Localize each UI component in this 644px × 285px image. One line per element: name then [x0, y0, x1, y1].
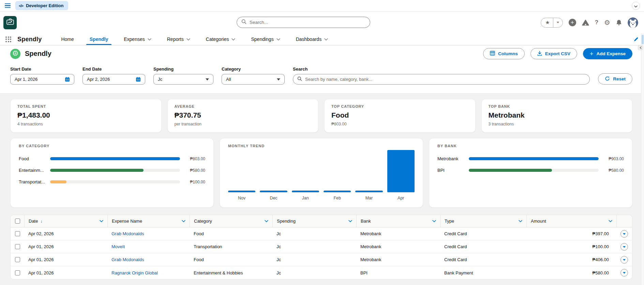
global-actions-button[interactable]: +: [569, 19, 576, 26]
column-header-bank[interactable]: Bank: [356, 215, 440, 227]
tab-expenses[interactable]: Expenses: [116, 33, 159, 45]
page-actions: Columns Export CSV + Add Expense: [483, 48, 632, 59]
wallet-chart-icon: [6, 18, 14, 27]
cell-date: Apr 01, 2026: [24, 270, 107, 275]
chevron-down-icon[interactable]: [182, 220, 185, 222]
chevron-down-icon[interactable]: [519, 220, 522, 222]
search-icon: [297, 76, 302, 82]
category-bar-transportation: Transportat... ₱100.00: [19, 179, 205, 184]
category-select[interactable]: All: [222, 74, 285, 85]
columns-button[interactable]: Columns: [483, 48, 525, 59]
collapse-banner-button[interactable]: [632, 2, 640, 10]
trailhead-icon[interactable]: [582, 19, 589, 26]
end-date-field: End Date Apr 2, 2026: [83, 66, 145, 85]
cell-spending: Jc: [272, 257, 356, 262]
setup-gear-icon[interactable]: ⚙: [604, 19, 610, 26]
column-header-category[interactable]: Category: [190, 215, 272, 227]
chevron-down-icon[interactable]: [324, 38, 328, 41]
end-date-input[interactable]: Apr 2, 2026: [83, 74, 145, 85]
search-label: Search: [293, 66, 590, 72]
table-row[interactable]: Apr 02, 2026 Grab Mcdonalds Food Jc Metr…: [11, 227, 632, 240]
expense-name-link[interactable]: MoveIt: [111, 244, 125, 249]
spending-field: Spending Jc: [153, 66, 213, 85]
row-checkbox[interactable]: [15, 257, 20, 262]
menu-icon[interactable]: [5, 3, 11, 8]
add-expense-button[interactable]: + Add Expense: [583, 48, 632, 59]
row-checkbox[interactable]: [15, 231, 20, 236]
notifications-bell-icon[interactable]: [616, 19, 622, 26]
expense-name-link[interactable]: Grab Mcdonalds: [111, 231, 144, 236]
stat-top-category: TOP CATEGORY Food ₱803.00: [324, 99, 476, 133]
tab-home[interactable]: Home: [53, 33, 81, 45]
help-icon[interactable]: ?: [595, 19, 598, 26]
monthly-trend-panel: MONTHLY TREND Nov Dec Jan: [220, 138, 423, 208]
edit-nav-pencil-icon[interactable]: [634, 37, 639, 42]
category-label: Category: [222, 66, 285, 72]
column-header-date[interactable]: Date ↓: [24, 215, 107, 227]
tab-categories[interactable]: Categories: [198, 33, 243, 45]
chevron-down-icon[interactable]: [148, 38, 151, 41]
category-field: Category All: [222, 66, 285, 85]
export-csv-button[interactable]: Export CSV: [530, 48, 577, 59]
by-category-panel: BY CATEGORY Food ₱803.00 Entertainm... ₱…: [10, 138, 214, 208]
tab-spendings[interactable]: Spendings: [243, 33, 288, 45]
column-header-expense-name[interactable]: Expense Name: [107, 215, 190, 227]
expenses-table: Date ↓ Expense Name Category Spending: [10, 215, 632, 280]
cell-amount: ₱397.00: [526, 231, 616, 236]
reset-button[interactable]: Reset: [598, 73, 632, 85]
app-name: Spendly: [17, 36, 42, 43]
page-scrollbar[interactable]: [641, 33, 644, 285]
chevron-down-icon[interactable]: [609, 220, 612, 222]
cell-spending: Jc: [272, 270, 356, 275]
expense-name-link[interactable]: Grab Mcdonalds: [111, 257, 144, 262]
favorites-caret-icon[interactable]: [553, 18, 563, 27]
column-header-type[interactable]: Type: [440, 215, 526, 227]
tab-dashboards[interactable]: Dashboards: [288, 33, 336, 45]
side-panel-toggle-button[interactable]: [638, 45, 643, 50]
month-bar: Jan: [292, 150, 319, 201]
favorite-star-icon[interactable]: ★: [541, 18, 553, 27]
column-header-amount[interactable]: Amount: [526, 215, 616, 227]
cell-bank: BPI: [356, 270, 440, 275]
table-row[interactable]: Apr 01, 2026 Grab Mcdonalds Food Jc Metr…: [11, 253, 632, 266]
chevron-down-icon[interactable]: [100, 220, 103, 222]
row-actions-button[interactable]: [620, 269, 628, 276]
scrollbar-thumb[interactable]: [642, 35, 644, 44]
download-icon: [537, 51, 542, 57]
chevron-down-icon[interactable]: [348, 220, 352, 222]
calendar-icon[interactable]: [136, 77, 141, 82]
select-all-checkbox[interactable]: [15, 219, 20, 224]
column-header-spending[interactable]: Spending: [272, 215, 356, 227]
global-search-input[interactable]: [250, 20, 365, 25]
row-actions-button[interactable]: [620, 230, 628, 238]
chevron-down-icon[interactable]: [276, 38, 280, 41]
bank-bar-bpi: BPI ₱580.00: [437, 168, 624, 173]
cell-category: Entertainment & Hobbies: [190, 270, 272, 275]
chevron-down-icon[interactable]: [231, 38, 235, 41]
tab-reports[interactable]: Reports: [159, 33, 198, 45]
caret-down-icon: [623, 272, 626, 274]
expense-name-link[interactable]: Ragnarok Origin Global: [111, 270, 158, 275]
user-avatar[interactable]: [628, 17, 638, 28]
tab-spendly[interactable]: Spendly: [82, 33, 116, 45]
row-actions-button[interactable]: [620, 256, 628, 264]
chevron-down-icon[interactable]: [186, 38, 190, 41]
row-checkbox[interactable]: [15, 244, 20, 249]
row-actions-button[interactable]: [620, 243, 628, 251]
chevron-down-icon[interactable]: [265, 220, 268, 222]
favorites-control: ★: [541, 18, 563, 28]
chevron-down-icon[interactable]: [432, 220, 436, 222]
spendly-app-icon: [10, 49, 20, 59]
cell-date: Apr 02, 2026: [24, 231, 107, 236]
table-header-row: Date ↓ Expense Name Category Spending: [11, 215, 632, 227]
app-launcher-icon[interactable]: [5, 36, 11, 42]
developer-edition-badge: </> Developer Edition: [15, 1, 68, 10]
app-logo[interactable]: [3, 16, 17, 29]
table-row[interactable]: Apr 01, 2026 Ragnarok Origin Global Ente…: [11, 266, 632, 279]
start-date-input[interactable]: Apr 1, 2026: [10, 74, 74, 85]
spending-select[interactable]: Jc: [153, 74, 213, 85]
table-row[interactable]: Apr 01, 2026 MoveIt Transportation Jc Me…: [11, 240, 632, 253]
row-checkbox[interactable]: [15, 270, 20, 275]
calendar-icon[interactable]: [65, 77, 70, 82]
table-search-input[interactable]: [305, 77, 585, 82]
